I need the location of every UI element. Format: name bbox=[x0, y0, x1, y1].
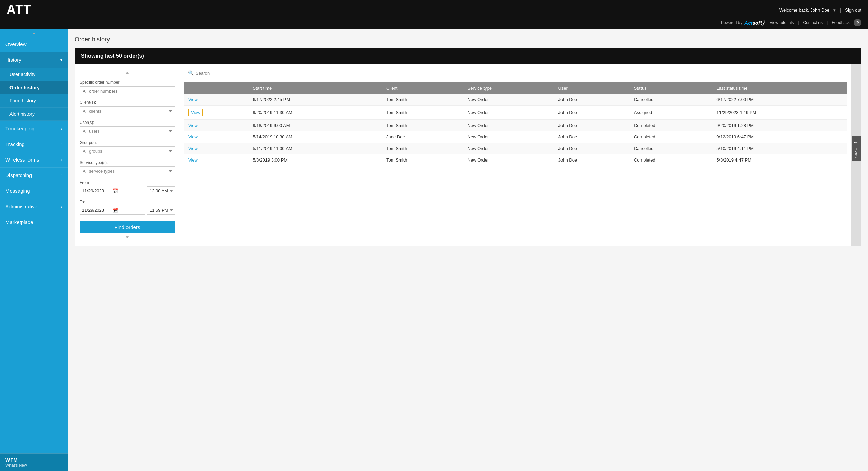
header-right: Welcome back, John Doe ▾ | Sign out bbox=[779, 7, 861, 13]
cell-client: Tom Smith bbox=[382, 120, 463, 131]
sidebar-bottom-label: WFM bbox=[5, 457, 62, 463]
cell-user: John Doe bbox=[554, 131, 630, 143]
service-type-label: Service type(s): bbox=[80, 160, 175, 165]
view-link[interactable]: View bbox=[188, 134, 198, 139]
cell-user: John Doe bbox=[554, 120, 630, 131]
client-label: Client(s): bbox=[80, 100, 175, 105]
sidebar-item-label: Wireless forms bbox=[5, 157, 39, 163]
calendar-icon[interactable]: 📅 bbox=[112, 188, 118, 194]
view-tutorials-link[interactable]: View tutorials bbox=[770, 20, 794, 25]
sidebar-item-messaging[interactable]: Messaging bbox=[0, 183, 68, 199]
filter-scroll-down[interactable]: ▼ bbox=[80, 233, 175, 241]
from-time-select[interactable]: 12:00 AM bbox=[147, 186, 175, 195]
order-number-label: Specific order number: bbox=[80, 80, 175, 85]
sidebar-sub-label: Alert history bbox=[9, 111, 35, 117]
sidebar-item-timekeeping[interactable]: Timekeeping › bbox=[0, 121, 68, 136]
show-panel-label: Show bbox=[854, 147, 858, 158]
sidebar-item-wireless-forms[interactable]: Wireless forms › bbox=[0, 152, 68, 168]
table-area: 🔍 Start time Client Service type User bbox=[180, 64, 851, 246]
client-select[interactable]: All clients bbox=[80, 106, 175, 116]
cell-client: Jane Doe bbox=[382, 131, 463, 143]
contact-us-link[interactable]: Contact us bbox=[803, 20, 823, 25]
order-number-input[interactable] bbox=[80, 86, 175, 96]
sidebar-item-order-history[interactable]: Order history bbox=[0, 81, 68, 94]
sidebar-item-form-history[interactable]: Form history bbox=[0, 94, 68, 108]
cell-status: Cancelled bbox=[630, 94, 713, 106]
sidebar-item-tracking[interactable]: Tracking › bbox=[0, 136, 68, 152]
from-date-input[interactable] bbox=[82, 188, 111, 193]
sidebar-item-user-activity[interactable]: User activity bbox=[0, 68, 68, 81]
show-panel-arrow: ← bbox=[853, 139, 859, 145]
sidebar-sub-label: Order history bbox=[9, 85, 40, 90]
dropdown-icon[interactable]: ▾ bbox=[833, 7, 836, 13]
calendar-icon[interactable]: 📅 bbox=[112, 208, 118, 213]
page-title: Order history bbox=[75, 36, 861, 43]
view-link[interactable]: View bbox=[188, 109, 203, 116]
cell-service_type: New Order bbox=[463, 143, 554, 154]
header-links: View tutorials | Contact us | Feedback ? bbox=[770, 19, 861, 26]
sidebar-bottom[interactable]: WFM What's New bbox=[0, 453, 68, 471]
sidebar-item-dispatching[interactable]: Dispatching › bbox=[0, 168, 68, 183]
cell-user: John Doe bbox=[554, 94, 630, 106]
view-link[interactable]: View bbox=[188, 146, 198, 151]
show-panel-container: ← Show bbox=[851, 64, 861, 246]
table-header-row: Start time Client Service type User Stat… bbox=[184, 82, 847, 94]
show-panel-wrap: ← Show bbox=[851, 136, 861, 161]
service-type-select[interactable]: All service types bbox=[80, 166, 175, 176]
sidebar-scroll-up[interactable]: ▲ bbox=[0, 29, 68, 37]
col-user: User bbox=[554, 82, 630, 94]
chevron-right-icon: › bbox=[61, 204, 62, 209]
panel-header: Showing last 50 order(s) bbox=[75, 48, 861, 64]
col-view bbox=[184, 82, 249, 94]
chevron-right-icon: › bbox=[61, 142, 62, 147]
view-link[interactable]: View bbox=[188, 123, 198, 128]
to-date-wrap: 📅 bbox=[80, 206, 145, 215]
show-panel-button[interactable]: ← Show bbox=[852, 136, 861, 161]
cell-service_type: New Order bbox=[463, 131, 554, 143]
cell-status: Cancelled bbox=[630, 143, 713, 154]
help-button[interactable]: ? bbox=[854, 19, 861, 26]
cell-start_time: 9/18/2019 9:00 AM bbox=[249, 120, 382, 131]
powered-by: Powered by Actsoft⟩ bbox=[721, 19, 764, 26]
sidebar-item-label: Tracking bbox=[5, 141, 25, 147]
sidebar-item-marketplace[interactable]: Marketplace bbox=[0, 214, 68, 230]
view-link[interactable]: View bbox=[188, 157, 198, 163]
col-last-status-time: Last status time bbox=[712, 82, 847, 94]
col-client: Client bbox=[382, 82, 463, 94]
table-row: View9/18/2019 9:00 AMTom SmithNew OrderJ… bbox=[184, 120, 847, 131]
sidebar-bottom-sub: What's New bbox=[5, 463, 62, 468]
sidebar: ▲ Overview History ▾ User activity Order… bbox=[0, 29, 68, 471]
chevron-down-icon: ▾ bbox=[60, 58, 62, 62]
group-select[interactable]: All groups bbox=[80, 146, 175, 156]
sidebar-item-administrative[interactable]: Administrative › bbox=[0, 199, 68, 214]
table-row: View9/20/2019 11:30 AMTom SmithNew Order… bbox=[184, 106, 847, 120]
cell-start_time: 5/14/2019 10:30 AM bbox=[249, 131, 382, 143]
welcome-text: Welcome back, John Doe bbox=[779, 7, 829, 13]
to-date-input[interactable] bbox=[82, 208, 111, 213]
actsoft-logo: Actsoft⟩ bbox=[744, 19, 764, 26]
cell-start_time: 5/8/2019 3:00 PM bbox=[249, 154, 382, 166]
cell-last_status: 9/12/2019 6:47 PM bbox=[712, 131, 847, 143]
from-date-row: 📅 12:00 AM bbox=[80, 186, 175, 195]
sidebar-item-overview[interactable]: Overview bbox=[0, 37, 68, 52]
orders-table: Start time Client Service type User Stat… bbox=[184, 82, 847, 166]
cell-client: Tom Smith bbox=[382, 154, 463, 166]
cell-status: Completed bbox=[630, 120, 713, 131]
sign-out-link[interactable]: Sign out bbox=[845, 7, 861, 13]
filter-scroll-up[interactable]: ▲ bbox=[80, 69, 175, 76]
to-time-select[interactable]: 11:59 PM bbox=[147, 206, 175, 215]
from-label: From: bbox=[80, 180, 175, 185]
chevron-right-icon: › bbox=[61, 157, 62, 162]
table-row: View6/17/2022 2:45 PMTom SmithNew OrderJ… bbox=[184, 94, 847, 106]
cell-start_time: 9/20/2019 11:30 AM bbox=[249, 106, 382, 120]
cell-user: John Doe bbox=[554, 106, 630, 120]
cell-status: Completed bbox=[630, 131, 713, 143]
user-select[interactable]: All users bbox=[80, 126, 175, 136]
view-link[interactable]: View bbox=[188, 97, 198, 102]
find-orders-button[interactable]: Find orders bbox=[80, 221, 175, 233]
to-date-row: 📅 11:59 PM bbox=[80, 206, 175, 215]
search-input[interactable] bbox=[196, 71, 262, 76]
sidebar-item-alert-history[interactable]: Alert history bbox=[0, 108, 68, 121]
feedback-link[interactable]: Feedback bbox=[832, 20, 850, 25]
sidebar-item-history[interactable]: History ▾ bbox=[0, 52, 68, 68]
